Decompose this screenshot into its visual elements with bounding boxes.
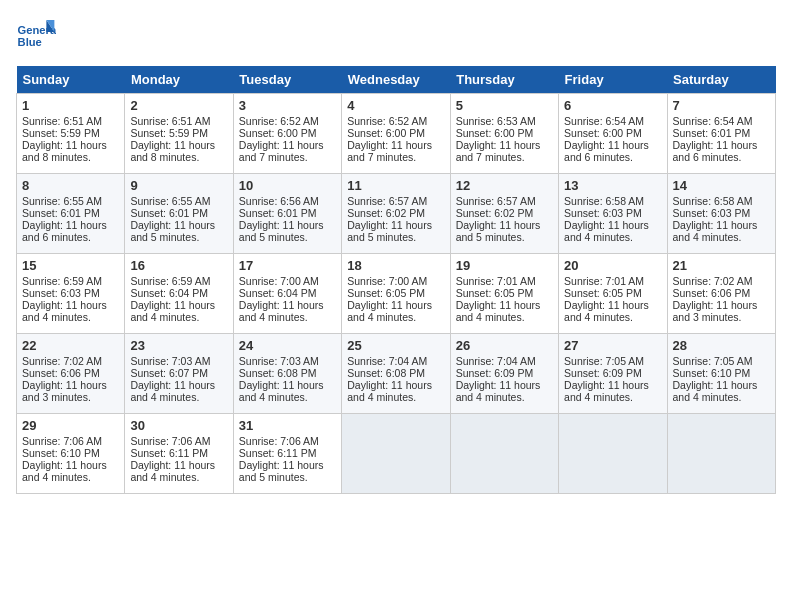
sunset-text: Sunset: 6:09 PM: [564, 367, 642, 379]
calendar-cell: 31Sunrise: 7:06 AMSunset: 6:11 PMDayligh…: [233, 414, 341, 494]
sunset-text: Sunset: 6:01 PM: [130, 207, 208, 219]
sunset-text: Sunset: 5:59 PM: [22, 127, 100, 139]
sunrise-text: Sunrise: 6:58 AM: [673, 195, 753, 207]
daylight-label: Daylight: 11 hours and 6 minutes.: [564, 139, 649, 163]
col-friday: Friday: [559, 66, 667, 94]
sunrise-text: Sunrise: 6:57 AM: [456, 195, 536, 207]
sunset-text: Sunset: 6:08 PM: [347, 367, 425, 379]
daylight-label: Daylight: 11 hours and 4 minutes.: [564, 299, 649, 323]
sunset-text: Sunset: 6:06 PM: [673, 287, 751, 299]
week-row-2: 8Sunrise: 6:55 AMSunset: 6:01 PMDaylight…: [17, 174, 776, 254]
sunrise-text: Sunrise: 6:53 AM: [456, 115, 536, 127]
daylight-label: Daylight: 11 hours and 4 minutes.: [22, 459, 107, 483]
daylight-label: Daylight: 11 hours and 8 minutes.: [22, 139, 107, 163]
sunrise-text: Sunrise: 6:56 AM: [239, 195, 319, 207]
calendar-cell: 27Sunrise: 7:05 AMSunset: 6:09 PMDayligh…: [559, 334, 667, 414]
sunset-text: Sunset: 6:08 PM: [239, 367, 317, 379]
sunset-text: Sunset: 6:01 PM: [239, 207, 317, 219]
calendar-cell: 11Sunrise: 6:57 AMSunset: 6:02 PMDayligh…: [342, 174, 450, 254]
sunrise-text: Sunrise: 6:55 AM: [22, 195, 102, 207]
sunrise-text: Sunrise: 7:00 AM: [239, 275, 319, 287]
calendar-cell: 2Sunrise: 6:51 AMSunset: 5:59 PMDaylight…: [125, 94, 233, 174]
sunrise-text: Sunrise: 6:52 AM: [347, 115, 427, 127]
sunset-text: Sunset: 6:11 PM: [239, 447, 317, 459]
daylight-label: Daylight: 11 hours and 7 minutes.: [347, 139, 432, 163]
svg-text:Blue: Blue: [18, 36, 42, 48]
week-row-5: 29Sunrise: 7:06 AMSunset: 6:10 PMDayligh…: [17, 414, 776, 494]
sunset-text: Sunset: 6:03 PM: [22, 287, 100, 299]
calendar-cell: 23Sunrise: 7:03 AMSunset: 6:07 PMDayligh…: [125, 334, 233, 414]
calendar-cell: 4Sunrise: 6:52 AMSunset: 6:00 PMDaylight…: [342, 94, 450, 174]
day-number: 15: [22, 258, 119, 273]
day-number: 27: [564, 338, 661, 353]
calendar-cell: 26Sunrise: 7:04 AMSunset: 6:09 PMDayligh…: [450, 334, 558, 414]
logo: General Blue: [16, 16, 60, 56]
daylight-label: Daylight: 11 hours and 5 minutes.: [347, 219, 432, 243]
daylight-label: Daylight: 11 hours and 4 minutes.: [239, 299, 324, 323]
sunrise-text: Sunrise: 6:59 AM: [130, 275, 210, 287]
day-number: 22: [22, 338, 119, 353]
calendar-cell: 28Sunrise: 7:05 AMSunset: 6:10 PMDayligh…: [667, 334, 775, 414]
sunset-text: Sunset: 6:00 PM: [347, 127, 425, 139]
col-saturday: Saturday: [667, 66, 775, 94]
header-row: Sunday Monday Tuesday Wednesday Thursday…: [17, 66, 776, 94]
col-wednesday: Wednesday: [342, 66, 450, 94]
calendar-cell: [559, 414, 667, 494]
sunset-text: Sunset: 6:05 PM: [564, 287, 642, 299]
daylight-label: Daylight: 11 hours and 5 minutes.: [239, 459, 324, 483]
day-number: 19: [456, 258, 553, 273]
sunrise-text: Sunrise: 7:03 AM: [239, 355, 319, 367]
calendar-cell: 13Sunrise: 6:58 AMSunset: 6:03 PMDayligh…: [559, 174, 667, 254]
sunset-text: Sunset: 6:11 PM: [130, 447, 208, 459]
sunrise-text: Sunrise: 6:54 AM: [673, 115, 753, 127]
calendar-cell: 15Sunrise: 6:59 AMSunset: 6:03 PMDayligh…: [17, 254, 125, 334]
sunrise-text: Sunrise: 6:54 AM: [564, 115, 644, 127]
day-number: 7: [673, 98, 770, 113]
daylight-label: Daylight: 11 hours and 6 minutes.: [673, 139, 758, 163]
sunrise-text: Sunrise: 6:57 AM: [347, 195, 427, 207]
day-number: 31: [239, 418, 336, 433]
sunset-text: Sunset: 5:59 PM: [130, 127, 208, 139]
sunrise-text: Sunrise: 6:59 AM: [22, 275, 102, 287]
sunset-text: Sunset: 6:02 PM: [456, 207, 534, 219]
sunset-text: Sunset: 6:05 PM: [347, 287, 425, 299]
calendar-cell: 12Sunrise: 6:57 AMSunset: 6:02 PMDayligh…: [450, 174, 558, 254]
col-tuesday: Tuesday: [233, 66, 341, 94]
calendar-cell: 10Sunrise: 6:56 AMSunset: 6:01 PMDayligh…: [233, 174, 341, 254]
daylight-label: Daylight: 11 hours and 3 minutes.: [673, 299, 758, 323]
daylight-label: Daylight: 11 hours and 4 minutes.: [239, 379, 324, 403]
sunset-text: Sunset: 6:00 PM: [239, 127, 317, 139]
calendar-body: 1Sunrise: 6:51 AMSunset: 5:59 PMDaylight…: [17, 94, 776, 494]
week-row-3: 15Sunrise: 6:59 AMSunset: 6:03 PMDayligh…: [17, 254, 776, 334]
sunset-text: Sunset: 6:04 PM: [130, 287, 208, 299]
daylight-label: Daylight: 11 hours and 5 minutes.: [239, 219, 324, 243]
sunset-text: Sunset: 6:01 PM: [673, 127, 751, 139]
daylight-label: Daylight: 11 hours and 4 minutes.: [130, 379, 215, 403]
daylight-label: Daylight: 11 hours and 4 minutes.: [564, 379, 649, 403]
sunrise-text: Sunrise: 7:04 AM: [456, 355, 536, 367]
page-header: General Blue: [16, 16, 776, 56]
week-row-4: 22Sunrise: 7:02 AMSunset: 6:06 PMDayligh…: [17, 334, 776, 414]
calendar-cell: 5Sunrise: 6:53 AMSunset: 6:00 PMDaylight…: [450, 94, 558, 174]
daylight-label: Daylight: 11 hours and 5 minutes.: [456, 219, 541, 243]
daylight-label: Daylight: 11 hours and 3 minutes.: [22, 379, 107, 403]
calendar-cell: 20Sunrise: 7:01 AMSunset: 6:05 PMDayligh…: [559, 254, 667, 334]
calendar-cell: 14Sunrise: 6:58 AMSunset: 6:03 PMDayligh…: [667, 174, 775, 254]
sunrise-text: Sunrise: 7:02 AM: [673, 275, 753, 287]
day-number: 25: [347, 338, 444, 353]
col-thursday: Thursday: [450, 66, 558, 94]
sunset-text: Sunset: 6:00 PM: [564, 127, 642, 139]
sunrise-text: Sunrise: 6:51 AM: [130, 115, 210, 127]
daylight-label: Daylight: 11 hours and 7 minutes.: [456, 139, 541, 163]
sunset-text: Sunset: 6:06 PM: [22, 367, 100, 379]
sunset-text: Sunset: 6:05 PM: [456, 287, 534, 299]
calendar-cell: 18Sunrise: 7:00 AMSunset: 6:05 PMDayligh…: [342, 254, 450, 334]
sunrise-text: Sunrise: 7:02 AM: [22, 355, 102, 367]
sunset-text: Sunset: 6:10 PM: [673, 367, 751, 379]
calendar-cell: 29Sunrise: 7:06 AMSunset: 6:10 PMDayligh…: [17, 414, 125, 494]
sunrise-text: Sunrise: 7:06 AM: [22, 435, 102, 447]
daylight-label: Daylight: 11 hours and 4 minutes.: [564, 219, 649, 243]
daylight-label: Daylight: 11 hours and 4 minutes.: [673, 379, 758, 403]
calendar-cell: 1Sunrise: 6:51 AMSunset: 5:59 PMDaylight…: [17, 94, 125, 174]
daylight-label: Daylight: 11 hours and 5 minutes.: [130, 219, 215, 243]
